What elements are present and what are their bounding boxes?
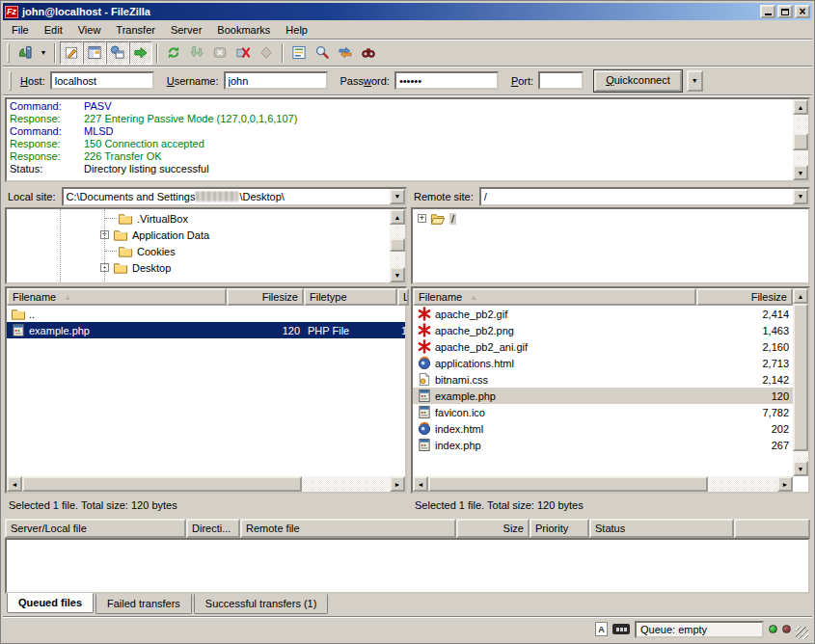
disconnect-button[interactable]	[231, 41, 255, 65]
column-header-filesize[interactable]: Filesize	[696, 288, 793, 306]
remote-vertical-scrollbar[interactable]	[793, 288, 808, 476]
resize-grip[interactable]	[796, 627, 808, 639]
scroll-thumb[interactable]	[793, 304, 808, 451]
column-header-remote-file[interactable]: Remote file	[240, 519, 456, 538]
tab-failed-transfers[interactable]: Failed transfers	[95, 594, 192, 614]
scroll-up-arrow[interactable]	[390, 209, 405, 225]
menu-edit[interactable]: Edit	[37, 21, 70, 39]
quickconnect-dropdown-button[interactable]	[687, 70, 703, 92]
close-button[interactable]	[795, 5, 810, 18]
tab-queued-files[interactable]: Queued files	[7, 593, 94, 613]
tree-item-application-data[interactable]: Application Data	[7, 227, 405, 243]
toggle-remote-treeview-button[interactable]	[106, 41, 129, 65]
log-line: Response:150 Connection accepted	[10, 138, 789, 150]
remote-horizontal-scrollbar[interactable]	[413, 476, 793, 492]
local-site-combobox[interactable]: C:\Documents and Settings\Desktop\	[62, 187, 407, 206]
scroll-up-arrow[interactable]	[793, 99, 808, 115]
host-input[interactable]	[50, 71, 154, 90]
column-header-filename[interactable]: Filename▲	[413, 288, 696, 306]
synchronized-browsing-button[interactable]	[334, 41, 357, 65]
file-row[interactable]: index.html 202	[413, 420, 793, 437]
refresh-button[interactable]	[162, 41, 185, 65]
column-header-size[interactable]: Size	[456, 519, 530, 538]
column-header-filetype[interactable]: Filetype	[304, 288, 397, 306]
local-site-dropdown-arrow[interactable]	[390, 189, 405, 204]
scroll-up-arrow[interactable]	[793, 288, 808, 304]
toggle-local-treeview-button[interactable]	[83, 41, 106, 65]
menu-server[interactable]: Server	[163, 21, 209, 39]
scroll-right-arrow[interactable]	[777, 476, 793, 492]
file-row[interactable]: apache_pb2.png 1,463	[413, 322, 793, 338]
tree-item-desktop[interactable]: Desktop	[7, 259, 405, 276]
tree-item-cookies[interactable]: Cookies	[7, 243, 405, 259]
local-tree-vertical-scrollbar[interactable]	[390, 209, 405, 282]
file-row[interactable]: bitnami.css 2,142	[413, 371, 793, 388]
reconnect-button[interactable]	[255, 41, 278, 65]
menu-bookmarks[interactable]: Bookmarks	[209, 21, 278, 39]
minimize-button[interactable]	[760, 5, 775, 18]
scroll-down-arrow[interactable]	[390, 267, 405, 282]
queue-body[interactable]	[5, 538, 810, 594]
disconnect-icon	[235, 45, 251, 60]
scroll-left-arrow[interactable]	[7, 476, 22, 492]
file-row-example-php[interactable]: example.php 120 PHP File 1	[7, 322, 405, 338]
menu-file[interactable]: File	[4, 21, 37, 39]
remote-directory-tree[interactable]: /	[411, 207, 810, 284]
column-header-filename[interactable]: Filename▲	[7, 288, 227, 306]
transfer-type-ascii-icon[interactable]	[595, 622, 608, 636]
password-input[interactable]	[394, 71, 499, 90]
file-row[interactable]: index.php 267	[413, 437, 793, 453]
log-vertical-scrollbar[interactable]	[793, 99, 808, 180]
quickconnect-button[interactable]: Quickconnect	[594, 70, 682, 92]
scroll-thumb[interactable]	[390, 238, 405, 252]
tree-expander-plus-icon[interactable]	[418, 214, 426, 223]
tab-successful-transfers[interactable]: Successful transfers (1)	[194, 594, 329, 614]
toolbar-grip[interactable]	[7, 43, 10, 63]
scroll-down-arrow[interactable]	[793, 461, 808, 476]
site-manager-dropdown-button[interactable]	[37, 41, 50, 65]
directory-comparison-button[interactable]	[311, 41, 334, 65]
port-input[interactable]	[538, 71, 584, 90]
remote-site-dropdown-arrow[interactable]	[793, 189, 808, 204]
message-log[interactable]: Command:PASV Response:227 Entering Passi…	[5, 97, 810, 182]
title-bar[interactable]: Fz john@localhost - FileZilla	[3, 3, 812, 20]
column-header-priority[interactable]: Priority	[530, 519, 589, 538]
file-row[interactable]: applications.html 2,713	[413, 355, 793, 371]
column-header-status[interactable]: Status	[589, 519, 734, 538]
process-queue-button[interactable]	[185, 41, 208, 65]
tree-item-virtualbox[interactable]: .VirtualBox	[7, 210, 405, 227]
cancel-operation-button[interactable]	[208, 41, 231, 65]
local-directory-tree[interactable]: .VirtualBox Application Data Cookies	[5, 207, 407, 284]
toggle-message-log-button[interactable]	[60, 41, 83, 65]
maximize-button[interactable]	[777, 5, 793, 18]
menu-transfer[interactable]: Transfer	[108, 21, 163, 39]
file-row[interactable]: apache_pb2_ani.gif 2,160	[413, 338, 793, 355]
tree-item-root[interactable]: /	[413, 210, 808, 227]
file-row[interactable]: apache_pb2.gif 2,414	[413, 306, 793, 322]
file-row[interactable]: favicon.ico 7,782	[413, 404, 793, 420]
scroll-left-arrow[interactable]	[413, 476, 428, 492]
scroll-thumb[interactable]	[22, 476, 302, 492]
username-input[interactable]	[224, 71, 328, 90]
find-files-button[interactable]	[357, 41, 380, 65]
menu-view[interactable]: View	[70, 21, 109, 39]
scroll-thumb[interactable]	[793, 133, 808, 150]
file-row-parent-dir[interactable]: ..	[7, 306, 405, 322]
remote-site-combobox[interactable]: /	[479, 187, 810, 206]
scroll-down-arrow[interactable]	[793, 165, 808, 180]
quickconnect-grip[interactable]	[9, 71, 12, 91]
scroll-right-arrow[interactable]	[390, 476, 405, 492]
column-header-last-modified[interactable]: L	[397, 288, 409, 306]
column-header-direction[interactable]: Directi...	[186, 519, 240, 538]
transfer-queue: Server/Local file Directi... Remote file…	[5, 519, 810, 594]
directory-listing-filters-button[interactable]	[287, 41, 311, 65]
scroll-thumb[interactable]	[428, 476, 708, 492]
file-row-selected[interactable]: example.php 120	[413, 388, 793, 404]
column-header-filesize[interactable]: Filesize	[227, 288, 304, 306]
site-manager-button[interactable]	[14, 41, 37, 65]
speed-limits-icon[interactable]	[612, 624, 630, 634]
local-horizontal-scrollbar[interactable]	[7, 476, 405, 492]
column-header-server-local-file[interactable]: Server/Local file	[5, 519, 186, 538]
menu-help[interactable]: Help	[278, 21, 315, 39]
toggle-transfer-queue-button[interactable]	[129, 41, 152, 65]
